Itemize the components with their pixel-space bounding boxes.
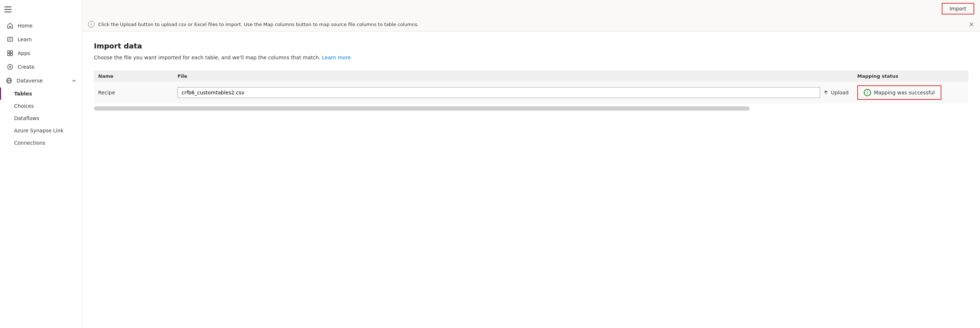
svg-rect-3 xyxy=(8,53,10,56)
col-header-mapping-status: Mapping status xyxy=(853,70,969,82)
sidebar-item-dataflows[interactable]: Dataflows xyxy=(0,112,82,125)
sidebar-item-learn[interactable]: Learn xyxy=(0,32,82,46)
tables-label: Tables xyxy=(14,91,32,96)
home-icon xyxy=(7,22,13,29)
choices-label: Choices xyxy=(14,103,34,109)
sidebar-item-azure-synapse[interactable]: Azure Synapse Link xyxy=(0,125,82,137)
sidebar-item-create[interactable]: Create xyxy=(0,60,82,74)
row-file: Upload xyxy=(173,82,853,103)
file-input[interactable] xyxy=(178,87,820,98)
mapping-status-text: Mapping was successful xyxy=(874,90,935,96)
import-button[interactable]: Import xyxy=(942,3,974,14)
dataverse-expand-icon xyxy=(72,78,76,83)
upload-arrow-icon xyxy=(823,90,829,96)
dataflows-label: Dataflows xyxy=(14,115,39,121)
create-icon xyxy=(7,64,13,70)
banner-text: Click the Upload button to upload csv or… xyxy=(98,22,419,27)
mapping-status-cell: i Mapping was successful xyxy=(857,85,964,100)
home-label: Home xyxy=(18,23,32,29)
sidebar-item-apps[interactable]: Apps xyxy=(0,46,82,60)
sidebar-item-tables[interactable]: Tables xyxy=(0,88,82,100)
main-area: Import i Click the Upload button to uplo… xyxy=(82,0,980,328)
info-banner: i Click the Upload button to upload csv … xyxy=(82,18,980,32)
azure-synapse-label: Azure Synapse Link xyxy=(14,128,64,133)
page-title: Import data xyxy=(94,42,969,50)
learn-more-link[interactable]: Learn more xyxy=(322,54,351,61)
col-header-file: File xyxy=(173,70,853,82)
dataverse-label: Dataverse xyxy=(17,78,67,83)
sidebar: Home Learn Apps xyxy=(0,0,82,328)
apps-label: Apps xyxy=(18,50,30,56)
info-icon: i xyxy=(88,21,95,27)
svg-rect-0 xyxy=(8,37,13,41)
learn-label: Learn xyxy=(18,37,32,42)
connections-label: Connections xyxy=(14,140,46,146)
sidebar-item-connections[interactable]: Connections xyxy=(0,137,82,149)
hamburger-menu-icon[interactable] xyxy=(4,6,11,13)
mapping-status-badge: i Mapping was successful xyxy=(857,85,941,100)
svg-rect-4 xyxy=(11,53,13,56)
import-table: Name File Mapping status Recipe xyxy=(94,70,969,103)
row-name: Recipe xyxy=(94,82,173,103)
upload-label: Upload xyxy=(831,90,849,96)
svg-rect-2 xyxy=(11,51,13,53)
page-subtitle: Choose the file you want imported for ea… xyxy=(94,54,969,61)
banner-close-button[interactable]: × xyxy=(969,21,974,27)
sidebar-item-home[interactable]: Home xyxy=(0,19,82,32)
svg-rect-1 xyxy=(8,51,10,53)
sidebar-header xyxy=(0,0,82,19)
create-label: Create xyxy=(18,64,35,70)
row-mapping-status: i Mapping was successful xyxy=(853,82,969,103)
content-area: Import data Choose the file you want imp… xyxy=(82,32,980,328)
table-row: Recipe Upload xyxy=(94,82,969,103)
learn-icon xyxy=(7,36,13,43)
sidebar-item-choices[interactable]: Choices xyxy=(0,100,82,112)
top-bar: Import xyxy=(82,0,980,18)
dataverse-icon xyxy=(6,77,12,84)
sidebar-item-dataverse[interactable]: Dataverse xyxy=(0,74,82,88)
scroll-area[interactable] xyxy=(94,106,750,110)
upload-button[interactable]: Upload xyxy=(823,90,849,96)
file-input-wrapper: Upload xyxy=(178,87,849,98)
apps-icon xyxy=(7,50,13,56)
col-header-name: Name xyxy=(94,70,173,82)
status-success-icon: i xyxy=(864,89,871,96)
